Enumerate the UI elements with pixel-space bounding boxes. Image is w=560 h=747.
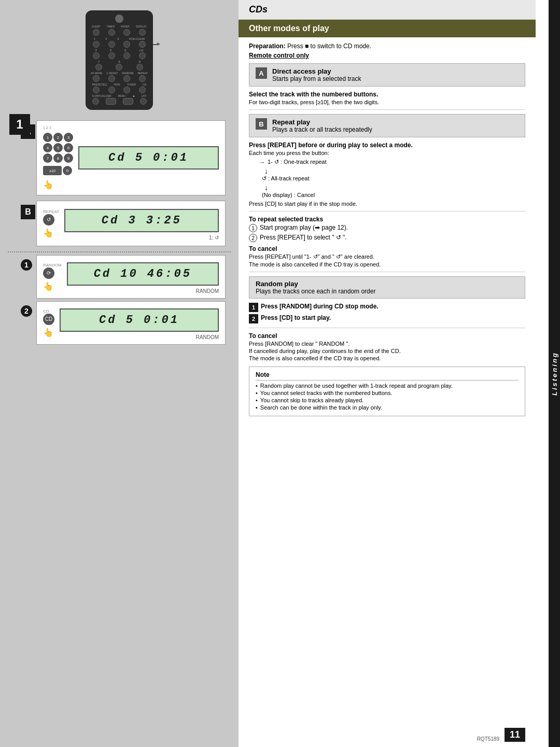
num-grid: 1 2 3 4 5 6 7 8 9 (43, 133, 73, 163)
repeat-press-title: Press [REPEAT] before or during play to … (249, 142, 525, 149)
random-cancel2: If cancelled during play, play continues… (249, 348, 525, 354)
step-label-1: 1 (9, 114, 30, 135)
num-btn-1: 1 (43, 133, 52, 142)
step-1-circle: 1 (21, 259, 32, 271)
cd-btn-label: CD (43, 309, 54, 314)
remote-illustration: Numbered buttons SLEEPTIMERFADERDISPLAY (8, 10, 231, 110)
display-screen-1: Cd 10 46:05 (67, 262, 219, 286)
display-screen-2: Cd 5 0:01 (60, 308, 219, 332)
section-2-cd: 2 CD CD 👆 Cd 5 0:01 RANDOM (36, 301, 226, 345)
note-bullet-3: • (256, 404, 258, 411)
other-modes-header: Other modes of play (239, 20, 536, 37)
hand-icon-2: 👆 (43, 328, 54, 337)
direct-access-letter: A (256, 67, 267, 79)
random-step1-num: 1 (249, 303, 258, 312)
repeat-step-1: 1 Start program play (➡ page 12). (249, 224, 525, 232)
section-a-content: 1 2 3 1 2 3 4 5 6 7 8 9 ≥10 0 (43, 126, 219, 190)
note-text-1: You cannot select tracks with the number… (260, 390, 393, 396)
num-btn-6: 6 (64, 143, 73, 152)
note-item-3: • Search can be done within the track in… (256, 404, 519, 411)
note-title: Note (256, 371, 519, 380)
right-content: Preparation: Press ■ to switch to CD mod… (239, 43, 536, 747)
note-box: Note • Random play cannot be used togeth… (249, 367, 525, 416)
cds-title: CDs (249, 4, 268, 15)
section-a-box: A 1 2 3 1 2 3 4 5 6 7 8 9 (36, 120, 226, 195)
select-track-text: For two-digit tracks, press [≥10], then … (249, 99, 525, 105)
note-bullet-0: • (256, 383, 258, 389)
section-b-letter: B (21, 205, 35, 219)
divider-4 (249, 328, 525, 328)
dotted-divider (8, 251, 231, 252)
section-2-content: CD CD 👆 Cd 5 0:01 RANDOM (43, 306, 219, 340)
cd-btn: CD (43, 314, 54, 325)
press-cd-start-text: Press [CD] to start play if in the stop … (249, 201, 525, 207)
num-btn-5: 5 (53, 143, 63, 152)
cancel-section: To cancel Press [REPEAT] until "1- ↺" an… (249, 245, 525, 267)
hand-icon-a: 👆 (43, 180, 73, 190)
display-screen-a: Cd 5 0:01 (78, 146, 219, 170)
note-text-2: You cannot skip to tracks already played… (260, 397, 364, 403)
repeat-btn: ↺ (43, 214, 54, 225)
down-arrow-2: ↓ (264, 184, 525, 192)
repeat-play-desc: Plays a track or all tracks repeatedly (272, 126, 372, 133)
num-btn-geq10: ≥10 (43, 166, 62, 175)
random-step2-num: 2 (249, 314, 258, 323)
direct-access-title: Direct access play (272, 67, 361, 75)
repeat-selected-title: To repeat selected tracks (249, 216, 525, 223)
section-1-random: 1 RANDOM ⟳ 👆 Cd 10 46:05 RANDOM (36, 255, 226, 299)
remote-control-only-label: Remote control only (249, 52, 525, 59)
num-btn-7: 7 (43, 153, 52, 163)
random-step2-text: Press [CD] to start play. (261, 314, 331, 321)
right-wrapper: CDs Other modes of play Preparation: Pre… (239, 0, 560, 747)
random-btn-label: RANDOM (43, 263, 62, 267)
note-item-0: • Random play cannot be used together wi… (256, 383, 519, 389)
display-screen-2-sub: RANDOM (60, 334, 219, 340)
repeat-play-box: B Repeat play Plays a track or all track… (249, 114, 525, 137)
repeat-play-content: Repeat play Plays a track or all tracks … (272, 118, 372, 133)
note-text-3: Search can be done within the track in p… (260, 404, 382, 411)
repeat-selected-section: To repeat selected tracks 1 Start progra… (249, 216, 525, 242)
prep-text: Press ■ to switch to CD mode. (287, 43, 371, 50)
section-b-outer: B REPEAT ↺ 👆 Cd 3 3:25 1: ↺ (36, 201, 226, 246)
preparation-line: Preparation: Press ■ to switch to CD mod… (249, 43, 525, 50)
random-btn: ⟳ (43, 267, 54, 279)
repeat-each-time: Each time you press the button: (249, 150, 525, 156)
num-btn-8: 8 (53, 153, 63, 163)
num-btn-2: 2 (53, 133, 63, 142)
display-screen-1-sub: RANDOM (67, 288, 219, 294)
select-track-title: Select the track with the numbered butto… (249, 91, 525, 98)
divider-3 (249, 272, 525, 272)
down-arrow-1: ↓ (264, 167, 525, 175)
section-a-num-label: 1 2 3 (43, 126, 73, 130)
note-bullet-1: • (256, 390, 258, 396)
repeat-1track: 1- ↺ : One-track repeat (268, 159, 327, 165)
note-item-2: • You cannot skip to tracks already play… (256, 397, 519, 403)
random-step-2: 2 Press [CD] to start play. (249, 314, 525, 323)
repeat-play-letter: B (256, 118, 267, 130)
num-btn-9: 9 (64, 153, 73, 163)
divider-1 (249, 109, 525, 110)
random-step1-text: Press [RANDOM] during CD stop mode. (261, 303, 379, 310)
repeat-row-all: ↺ : All-track repeat (259, 175, 525, 182)
repeat-step2-text: Press [REPEAT] to select " ↺ ". (260, 234, 347, 241)
right-panel: CDs Other modes of play Preparation: Pre… (239, 0, 549, 747)
num-btn-4: 4 (43, 143, 52, 152)
cds-header: CDs (239, 0, 536, 20)
hand-icon-b: 👆 (43, 228, 59, 238)
divider-2 (249, 211, 525, 212)
random-play-desc: Plays the tracks once each in random ord… (256, 288, 519, 295)
cancel-text2: The mode is also cancelled if the CD tra… (249, 261, 525, 267)
section-1-content: RANDOM ⟳ 👆 Cd 10 46:05 RANDOM (43, 260, 219, 294)
random-step-1: 1 Press [RANDOM] during CD stop mode. (249, 303, 525, 312)
repeat-step-2: 2 Press [REPEAT] to select " ↺ ". (249, 234, 525, 242)
step-circle-2: 2 (249, 234, 257, 242)
hand-icon-1: 👆 (43, 281, 62, 291)
repeat-arrow: → (259, 159, 265, 165)
direct-access-content: Direct access play Starts play from a se… (272, 67, 361, 82)
repeat-diagram: → 1- ↺ : One-track repeat ↓ ↺ : All-trac… (259, 159, 525, 198)
prep-label: Preparation: (249, 43, 286, 50)
left-panel: Numbered buttons SLEEPTIMERFADERDISPLAY (0, 0, 239, 747)
note-bullet-2: • (256, 397, 258, 403)
rqt-label: RQT5189 (477, 736, 499, 742)
section-b-content: REPEAT ↺ 👆 Cd 3 3:25 1: ↺ (43, 206, 219, 241)
